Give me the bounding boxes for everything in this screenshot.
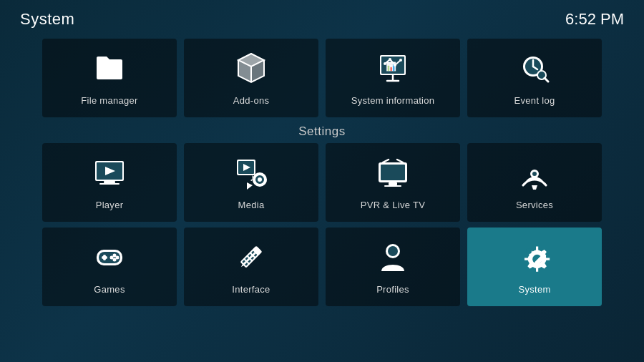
- media-icon: ♪: [234, 155, 268, 194]
- podcast-icon: [517, 155, 552, 194]
- clock-search-icon: [517, 51, 552, 89]
- tile-services-label: Services: [516, 200, 553, 210]
- tile-system-information[interactable]: 📊 System information: [326, 39, 460, 117]
- svg-point-7: [389, 58, 391, 61]
- tile-event-log[interactable]: Event log: [467, 39, 602, 117]
- tile-games[interactable]: Games: [42, 228, 177, 306]
- presentation-icon: 📊: [376, 51, 410, 89]
- tile-file-manager[interactable]: File manager: [42, 39, 177, 117]
- tile-system-label: System: [518, 284, 550, 295]
- tile-interface[interactable]: Interface: [184, 228, 318, 306]
- tile-system-information-label: System information: [351, 95, 435, 106]
- svg-point-42: [113, 258, 117, 261]
- tile-add-ons[interactable]: Add-ons: [184, 39, 318, 117]
- tile-profiles-label: Profiles: [376, 284, 409, 295]
- svg-rect-31: [389, 182, 397, 185]
- svg-point-49: [388, 246, 398, 256]
- svg-point-9: [399, 59, 402, 62]
- pencil-ruler-icon: [234, 240, 268, 278]
- svg-rect-20: [104, 181, 115, 183]
- svg-point-6: [384, 62, 386, 65]
- svg-rect-30: [381, 165, 405, 180]
- top-bar: System 6:52 PM: [0, 0, 644, 34]
- tile-profiles[interactable]: Profiles: [326, 228, 460, 306]
- tile-system[interactable]: System: [467, 228, 602, 306]
- box-icon: [234, 51, 268, 89]
- svg-rect-32: [384, 185, 401, 187]
- svg-rect-21: [99, 183, 119, 185]
- svg-point-27: [258, 177, 262, 182]
- tile-player[interactable]: Player: [42, 143, 177, 222]
- settings-row-2: Games Interface Profiles: [20, 228, 624, 306]
- app-title: System: [20, 10, 74, 29]
- tile-media[interactable]: ♪ Media: [184, 143, 318, 222]
- settings-grid: Player ♪ Media PVR & Live TV Services: [0, 143, 644, 306]
- tile-media-label: Media: [238, 200, 265, 210]
- gamepad-icon: [92, 240, 127, 278]
- svg-point-8: [394, 64, 396, 67]
- tile-player-label: Player: [96, 200, 124, 210]
- play-monitor-icon: [92, 155, 127, 194]
- svg-point-39: [113, 253, 117, 257]
- gear-wrench-icon: [517, 240, 552, 278]
- tile-games-label: Games: [94, 284, 125, 295]
- clock: 6:52 PM: [565, 10, 624, 29]
- tile-pvr-live-tv[interactable]: PVR & Live TV: [326, 143, 460, 222]
- tile-event-log-label: Event log: [514, 95, 555, 106]
- tv-icon: [376, 155, 410, 194]
- svg-line-16: [545, 78, 548, 82]
- svg-point-52: [526, 248, 532, 254]
- svg-rect-38: [103, 255, 106, 260]
- settings-row-1: Player ♪ Media PVR & Live TV Services: [20, 143, 624, 222]
- top-icons-row: File manager Add-ons 📊 System informatio…: [0, 34, 644, 117]
- settings-label: Settings: [0, 117, 644, 143]
- tile-add-ons-label: Add-ons: [233, 95, 270, 106]
- tile-services[interactable]: Services: [467, 143, 602, 222]
- tile-interface-label: Interface: [232, 284, 270, 295]
- tile-file-manager-label: File manager: [81, 95, 137, 106]
- tile-pvr-live-tv-label: PVR & Live TV: [361, 200, 425, 210]
- svg-point-41: [110, 255, 114, 259]
- person-icon: [376, 240, 410, 278]
- svg-point-34: [532, 172, 537, 176]
- folder-icon: [92, 51, 127, 89]
- svg-point-40: [116, 255, 119, 259]
- svg-text:♪: ♪: [250, 172, 255, 183]
